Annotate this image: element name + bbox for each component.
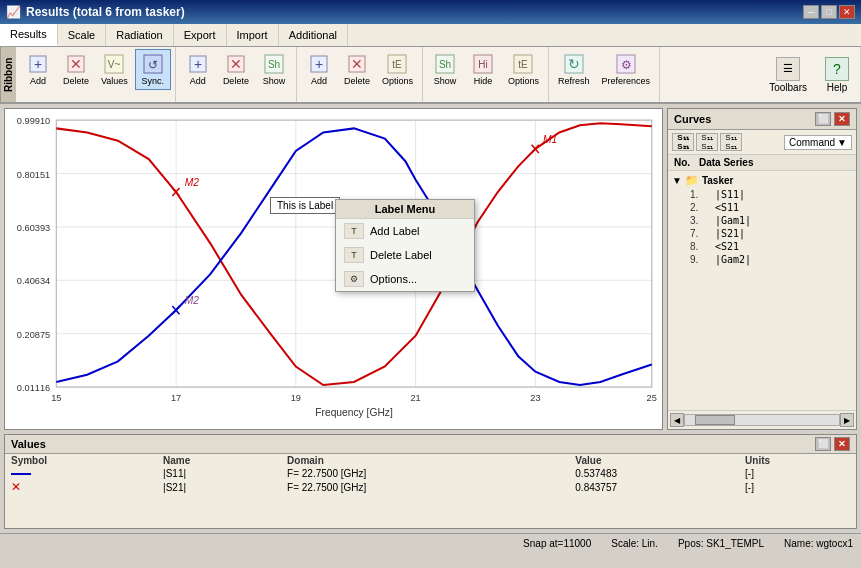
tab-scale[interactable]: Scale — [58, 24, 107, 46]
title-bar-controls: ─ □ ✕ — [803, 5, 855, 19]
svg-text:Sh: Sh — [439, 59, 451, 70]
svg-text:Hi: Hi — [478, 59, 487, 70]
tree-item-4[interactable]: 8. <S21 — [670, 240, 854, 253]
svg-text:M2: M2 — [185, 295, 200, 306]
show-icon-2: Sh — [433, 52, 457, 76]
delete-button-1[interactable]: ✕ Delete — [58, 49, 94, 90]
refresh-icon: ↻ — [562, 52, 586, 76]
command-dropdown[interactable]: Command ▼ — [784, 135, 852, 150]
tree-item-0[interactable]: 1. |S11| — [670, 188, 854, 201]
val-value-0: 0.537483 — [569, 467, 739, 480]
command-label: Command — [789, 137, 835, 148]
scroll-left-button[interactable]: ◀ — [670, 413, 684, 427]
status-snap: Snap at=11000 — [523, 538, 591, 549]
toolbars-button[interactable]: ☰ Toolbars — [762, 54, 814, 96]
add-button-1[interactable]: + Add — [20, 49, 56, 90]
show-button-2[interactable]: Sh Show — [427, 49, 463, 90]
ribbon-group-1: + Add ✕ Delete V~ Values ↺ Sync. — [16, 47, 176, 102]
scroll-track[interactable] — [684, 414, 840, 426]
delete-button-3[interactable]: ✕ Delete — [339, 49, 375, 90]
tree-item-1[interactable]: 2. <S11 — [670, 201, 854, 214]
preferences-label: Preferences — [601, 77, 650, 87]
chart-label[interactable]: This is Label ↖ — [270, 197, 340, 214]
svg-text:0.20875: 0.20875 — [17, 330, 50, 340]
hide-button[interactable]: Hi Hide — [465, 49, 501, 90]
curves-scrollbar: ◀ ▶ — [668, 410, 856, 429]
svg-text:V~: V~ — [108, 59, 121, 70]
add-icon-2: + — [186, 52, 210, 76]
add-label-menu-item[interactable]: T Add Label — [336, 219, 474, 243]
options-menu-item[interactable]: ⚙ Options... — [336, 267, 474, 291]
curves-title: Curves — [674, 113, 711, 125]
delete-icon-2: ✕ — [224, 52, 248, 76]
options-button-1[interactable]: tE Options — [377, 49, 418, 90]
tree-item-3[interactable]: 7. |S21| — [670, 227, 854, 240]
ribbon-bar: Ribbon + Add ✕ Delete V~ Values ↺ Sync. — [0, 47, 861, 104]
s11-icon-btn-2[interactable]: S₁₁S₂₁ — [696, 133, 718, 151]
svg-text:17: 17 — [171, 393, 181, 403]
add-label-1: Add — [30, 77, 46, 87]
delete-button-2[interactable]: ✕ Delete — [218, 49, 254, 90]
delete-label-icon: T — [344, 247, 364, 263]
tree-item-5[interactable]: 9. |Gam2| — [670, 253, 854, 266]
add-button-2[interactable]: + Add — [180, 49, 216, 90]
svg-text:↻: ↻ — [568, 56, 580, 72]
delete-label-menu-item[interactable]: T Delete Label — [336, 243, 474, 267]
ribbon-spacer — [660, 47, 758, 102]
curves-tree: ▼ 📁 Tasker 1. |S11| 2. <S11 3. |Gam1| 7.… — [668, 171, 856, 410]
val-name-1: |S21| — [157, 480, 281, 494]
scroll-thumb[interactable] — [695, 415, 735, 425]
curves-col-header: No. Data Series — [668, 155, 856, 171]
scroll-right-button[interactable]: ▶ — [840, 413, 854, 427]
maximize-button[interactable]: □ — [821, 5, 837, 19]
values-restore-button[interactable]: ⬜ — [815, 437, 831, 451]
refresh-button[interactable]: ↻ Refresh — [553, 49, 595, 90]
delete-label-1: Delete — [63, 77, 89, 87]
tree-item-2[interactable]: 3. |Gam1| — [670, 214, 854, 227]
val-value-1: 0.843757 — [569, 480, 739, 494]
minimize-button[interactable]: ─ — [803, 5, 819, 19]
options-button-2[interactable]: tE Options — [503, 49, 544, 90]
tab-radiation[interactable]: Radiation — [106, 24, 173, 46]
s21-icon-btn[interactable]: S₁₁S₂₁ — [720, 133, 742, 151]
tree-data-2: |Gam1| — [715, 215, 852, 226]
preferences-button[interactable]: ⚙ Preferences — [596, 49, 655, 90]
val-symbol-1: ✕ — [5, 480, 157, 494]
tab-additional[interactable]: Additional — [279, 24, 348, 46]
sync-button[interactable]: ↺ Sync. — [135, 49, 171, 90]
toolbar-group: ☰ Toolbars ? Help — [758, 47, 861, 102]
delete-label-3: Delete — [344, 77, 370, 87]
add-label-2: Add — [190, 77, 206, 87]
svg-text:0.01116: 0.01116 — [17, 383, 50, 393]
tree-no-1: 2. — [690, 202, 715, 213]
curves-panel: Curves ⬜ ✕ S₁₁S₂₁ S₁₁S₂₁ S₁₁S₂₁ Command … — [667, 108, 857, 430]
tree-collapse-icon: ▼ — [672, 175, 682, 186]
curves-restore-button[interactable]: ⬜ — [815, 112, 831, 126]
options-label-1: Options — [382, 77, 413, 87]
col-value: Value — [569, 454, 739, 467]
ribbon-group-3: + Add ✕ Delete tE Options — [297, 47, 423, 102]
tree-data-0: |S11| — [715, 189, 852, 200]
close-button[interactable]: ✕ — [839, 5, 855, 19]
tab-export[interactable]: Export — [174, 24, 227, 46]
title-bar-left: 📈 Results (total 6 from tasker) — [6, 5, 185, 19]
values-header-controls: ⬜ ✕ — [815, 437, 850, 451]
tree-no-2: 3. — [690, 215, 715, 226]
svg-text:✕: ✕ — [351, 56, 363, 72]
main-content: 0.99910 0.80151 0.60393 0.40634 0.20875 … — [0, 104, 861, 434]
s11-icon-btn[interactable]: S₁₁S₂₁ — [672, 133, 694, 151]
add-icon-3: + — [307, 52, 331, 76]
values-close-button[interactable]: ✕ — [834, 437, 850, 451]
help-icon: ? — [825, 57, 849, 81]
tab-import[interactable]: Import — [227, 24, 279, 46]
tab-results[interactable]: Results — [0, 24, 58, 46]
values-button[interactable]: V~ Values — [96, 49, 133, 90]
svg-text:+: + — [315, 56, 323, 72]
col-no-header: No. — [674, 157, 699, 168]
curves-close-button[interactable]: ✕ — [834, 112, 850, 126]
add-button-3[interactable]: + Add — [301, 49, 337, 90]
svg-text:0.80151: 0.80151 — [17, 170, 50, 180]
tree-parent[interactable]: ▼ 📁 Tasker — [670, 173, 854, 188]
help-button[interactable]: ? Help — [818, 54, 856, 96]
show-button-1[interactable]: Sh Show — [256, 49, 292, 90]
